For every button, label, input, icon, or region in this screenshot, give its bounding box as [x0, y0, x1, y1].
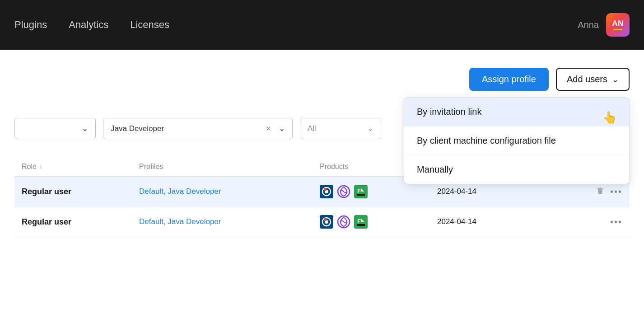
delete-icon[interactable] [596, 186, 605, 197]
table-row: Regular user Default, Java Developer [14, 207, 630, 237]
row2-last-online: 2024-04-14 [437, 217, 564, 226]
profile-filter-group: Java Developer ✕ ⌄ [103, 118, 293, 139]
nuget-icon-2 [320, 215, 333, 229]
avatar-initials: AN [612, 19, 624, 27]
app-header: Plugins Analytics Licenses Anna AN [0, 0, 644, 50]
nav-item-plugins[interactable]: Plugins [14, 19, 47, 31]
row2-actions: ••• [564, 217, 622, 227]
row2-profile-default[interactable]: Default [139, 217, 163, 226]
svg-rect-13 [324, 218, 327, 221]
row1-profile-java-dev[interactable]: Java Developer [168, 187, 221, 196]
add-users-dropdown: By invitation link By client machine con… [404, 97, 630, 184]
avatar-dash [613, 29, 622, 30]
nav-item-licenses[interactable]: Licenses [130, 19, 169, 31]
product-chevron-icon: ⌄ [367, 124, 373, 133]
dropdown-item-manually[interactable]: Manually [404, 155, 629, 184]
svg-text:F: F [357, 218, 361, 225]
assign-profile-button[interactable]: Assign profile [469, 68, 549, 91]
clear-profile-icon[interactable]: ✕ [266, 125, 271, 133]
row2-profile-java-dev[interactable]: Java Developer [168, 217, 221, 226]
role-filter-group: ⌄ [14, 118, 96, 139]
nav-item-analytics[interactable]: Analytics [69, 19, 108, 31]
product-filter-value: All [308, 124, 316, 133]
svg-rect-9 [599, 187, 601, 188]
rider-icon-2: F [354, 215, 368, 229]
svg-rect-5 [354, 185, 368, 198]
rider-icon: F [354, 185, 368, 198]
dropdown-item-config-file[interactable]: By client machine configuration file [404, 126, 629, 155]
row1-last-online: 2024-04-14 [437, 187, 564, 196]
row1-profiles[interactable]: Default, Java Developer [139, 187, 320, 196]
role-filter[interactable]: ⌄ [14, 118, 96, 139]
product-filter[interactable]: All ⌄ [300, 118, 381, 139]
avatar[interactable]: AN [606, 13, 630, 37]
svg-rect-15 [354, 215, 368, 229]
col-role[interactable]: Role ↕ [22, 163, 139, 171]
nuget-icon [320, 185, 333, 198]
profile-filter-value: Java Developer [111, 124, 164, 133]
row2-role: Regular user [22, 217, 139, 227]
main-nav: Plugins Analytics Licenses [14, 19, 169, 31]
aqua-icon-2 [337, 215, 350, 229]
toolbar: Assign profile Add users ⌄ By invitation… [14, 50, 630, 102]
svg-rect-3 [324, 188, 327, 191]
row1-products: F [320, 185, 437, 198]
col-profiles: Profiles [139, 163, 320, 171]
dropdown-item-invitation-link[interactable]: By invitation link [404, 98, 629, 126]
chevron-down-icon: ⌄ [612, 75, 619, 84]
add-users-button[interactable]: Add users ⌄ [556, 68, 630, 91]
user-section: Anna AN [578, 13, 630, 37]
row2-profiles[interactable]: Default, Java Developer [139, 217, 320, 226]
svg-text:F: F [357, 187, 361, 194]
sort-role-icon: ↕ [39, 164, 42, 170]
username-label: Anna [578, 20, 599, 30]
profile-chevron-icon: ⌄ [279, 124, 285, 133]
main-content: Assign profile Add users ⌄ By invitation… [0, 50, 644, 237]
svg-rect-8 [597, 188, 603, 189]
row2-products: F [320, 215, 437, 229]
add-users-label: Add users [567, 74, 607, 84]
more-options-icon[interactable]: ••• [610, 187, 622, 197]
more-options-icon-2[interactable]: ••• [610, 217, 622, 227]
row1-role: Regular user [22, 187, 139, 197]
role-chevron-icon: ⌄ [82, 124, 88, 133]
product-filter-group: All ⌄ [300, 118, 381, 139]
row1-actions: ••• [564, 186, 622, 197]
profile-filter[interactable]: Java Developer ✕ ⌄ [103, 118, 293, 139]
aqua-icon [337, 185, 350, 198]
row1-profile-default[interactable]: Default [139, 187, 163, 196]
